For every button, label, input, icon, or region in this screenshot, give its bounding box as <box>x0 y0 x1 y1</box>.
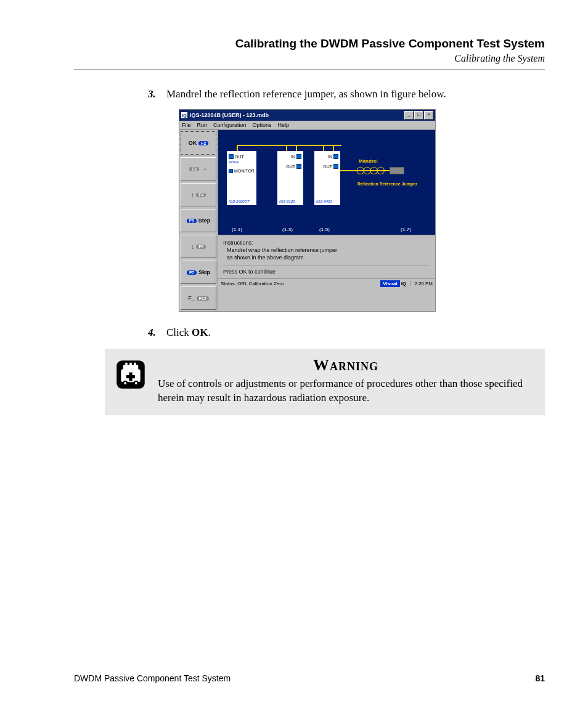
clock: 2:20 PM <box>410 281 433 286</box>
step-text: Click OK. <box>166 327 545 339</box>
footer-doc-title: DWDM Passive Component Test System <box>74 673 231 683</box>
step-3: 3. Mandrel the reflection reference jump… <box>148 88 545 100</box>
f3-button[interactable]: F3 → <box>181 157 216 181</box>
iq-badge: IQ <box>401 281 406 286</box>
menu-configuration[interactable]: Configuration <box>213 122 247 128</box>
status-text: Status: ORL Calibration Zero <box>221 281 380 286</box>
chapter-title: Calibrating the DWDM Passive Component T… <box>74 37 545 51</box>
mandrel-coil-icon: ◯◯◯◯ <box>356 166 383 174</box>
port-icon <box>229 169 233 173</box>
visual-badge: Visual <box>380 280 399 287</box>
menu-bar: File Run Configuration Options Help <box>179 121 435 130</box>
step-number: 3. <box>148 88 166 100</box>
skip-button[interactable]: F7 Skip <box>181 261 216 284</box>
instructions-heading: Instructions: <box>223 239 430 246</box>
slot-label: (1-1) <box>232 227 242 232</box>
port-icon <box>229 154 234 159</box>
minimize-button[interactable]: _ <box>404 111 414 120</box>
module-name: IQS-9401 <box>316 200 338 203</box>
wiring-diagram: OUT Active MONITOR IQS-2600CT IN OUT <box>218 130 435 235</box>
svg-rect-5 <box>134 363 136 365</box>
app-body: OK F2 F3 → ↑ F4 F5 Step <box>179 130 435 311</box>
port-icon <box>296 154 301 159</box>
status-bar: Status: ORL Calibration Zero Visual IQ 2… <box>218 278 435 288</box>
f3-badge: F3 <box>189 167 199 171</box>
header-rule <box>74 69 545 70</box>
document-page: Calibrating the DWDM Passive Component T… <box>0 0 588 714</box>
ambulance-icon <box>113 357 148 392</box>
app-window: IQ IQS-12004B (USER) - 123.mdb _ □ × Fil… <box>179 109 436 312</box>
svg-rect-2 <box>123 365 139 370</box>
function-key-panel: OK F2 F3 → ↑ F4 F5 Step <box>179 130 218 311</box>
f7-badge: F7 <box>187 270 197 275</box>
port-label: OUT <box>286 164 295 169</box>
maximize-button[interactable]: □ <box>414 111 423 120</box>
warning-body: Warning Use of controls or adjustments o… <box>158 356 534 405</box>
slot-label: (1-7) <box>401 227 411 232</box>
f12-label: F_ <box>188 295 195 301</box>
port-label: OUT <box>235 155 244 159</box>
page-number: 81 <box>535 673 545 683</box>
section-title: Calibrating the System <box>74 53 545 64</box>
module-iqs-9401: IN OUT IQS-9401 <box>314 151 340 205</box>
page-footer: DWDM Passive Component Test System 81 <box>74 673 545 683</box>
svg-point-9 <box>135 382 137 384</box>
module-name: IQS-2600CT <box>229 200 255 203</box>
f2-badge: F2 <box>198 141 208 145</box>
mandrel-label: Mandrel <box>359 158 378 164</box>
svg-rect-3 <box>125 363 128 365</box>
f6-badge: F6 <box>196 245 206 249</box>
port-label: MONITOR <box>234 169 255 173</box>
svg-rect-11 <box>126 375 135 378</box>
slot-label: (1-5) <box>319 227 330 232</box>
menu-run[interactable]: Run <box>197 122 208 128</box>
menu-options[interactable]: Options <box>253 122 272 128</box>
warning-title: Warning <box>158 356 534 375</box>
close-button[interactable]: × <box>424 111 433 120</box>
f6-button[interactable]: ↓ F6 <box>181 235 216 258</box>
wire <box>296 145 324 146</box>
warning-text: Use of controls or adjustments or perfor… <box>158 377 534 405</box>
step-4: 4. Click OK. <box>148 327 545 339</box>
wire <box>237 145 341 146</box>
main-canvas: OUT Active MONITOR IQS-2600CT IN OUT <box>218 130 435 311</box>
port-label: IN <box>328 155 332 159</box>
module-iqs-9100: IN OUT IQS-9100 <box>277 151 303 205</box>
arrow-up-icon: ↑ <box>191 191 195 198</box>
module-name: IQS-9100 <box>279 200 301 203</box>
page-header: Calibrating the DWDM Passive Component T… <box>74 37 545 64</box>
menu-file[interactable]: File <box>182 122 191 128</box>
port-icon <box>296 164 301 169</box>
f5-badge: F5 <box>187 219 197 223</box>
f4-badge: F4 <box>196 193 206 197</box>
instructions-panel: Instructions: Mandrel wrap the reflectio… <box>218 235 435 278</box>
slot-label: (1-3) <box>282 227 293 232</box>
warning-box: Warning Use of controls or adjustments o… <box>105 349 545 415</box>
menu-help[interactable]: Help <box>278 122 290 128</box>
module-iqs-2600ct: OUT Active MONITOR IQS-2600CT <box>227 151 256 205</box>
f4-button[interactable]: ↑ F4 <box>181 183 216 206</box>
app-icon: IQ <box>181 112 187 118</box>
step-button[interactable]: F5 Step <box>181 209 216 232</box>
port-label: Active <box>229 160 255 164</box>
svg-point-8 <box>124 382 126 384</box>
arrow-right-icon: → <box>201 165 208 172</box>
titlebar: IQ IQS-12004B (USER) - 123.mdb _ □ × <box>179 110 435 121</box>
screenshot-figure: IQ IQS-12004B (USER) - 123.mdb _ □ × Fil… <box>179 109 545 312</box>
arrow-down-icon: ↓ <box>191 243 195 250</box>
svg-rect-4 <box>129 363 132 365</box>
skip-label: Skip <box>198 269 210 275</box>
ok-button[interactable]: OK F2 <box>181 131 216 155</box>
reflection-jumper-label: Reflection Reference Jumper <box>357 182 417 186</box>
port-icon <box>333 164 338 169</box>
step-text: Mandrel the reflection reference jumper,… <box>166 88 545 100</box>
port-label: OUT <box>323 164 332 169</box>
terminator-icon <box>390 167 404 174</box>
instructions-ok: Press OK to continue <box>223 266 430 275</box>
f12-badge: F12 <box>197 296 209 301</box>
f12-button[interactable]: F_ F12 <box>181 286 216 310</box>
ok-label: OK <box>189 140 197 146</box>
port-label: IN <box>291 155 295 159</box>
window-title: IQS-12004B (USER) - 123.mdb <box>190 112 404 118</box>
step-number: 4. <box>148 327 166 339</box>
